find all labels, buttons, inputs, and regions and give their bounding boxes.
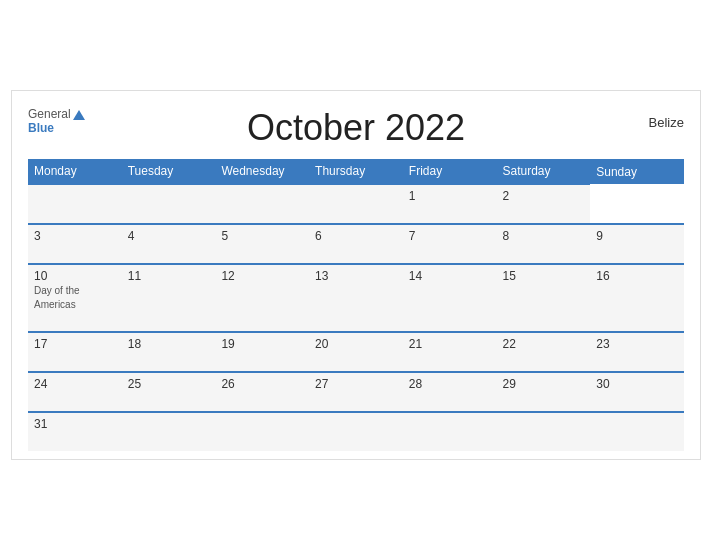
logo-triangle-icon	[73, 110, 85, 120]
day-cell: 11	[122, 264, 216, 332]
day-cell: 4	[122, 224, 216, 264]
day-cell: 24	[28, 372, 122, 412]
header-sunday: Sunday	[590, 159, 684, 184]
day-cell	[497, 412, 591, 451]
day-cell: 2	[497, 184, 591, 224]
day-number: 4	[128, 229, 210, 243]
day-cell: 14	[403, 264, 497, 332]
day-cell: 6	[309, 224, 403, 264]
day-number: 31	[34, 417, 116, 431]
calendar-header: General Blue October 2022 Belize	[28, 107, 684, 149]
header-tuesday: Tuesday	[122, 159, 216, 184]
day-number: 23	[596, 337, 678, 351]
day-number: 13	[315, 269, 397, 283]
day-cell: 5	[215, 224, 309, 264]
week-row-1: 12	[28, 184, 684, 224]
day-number: 19	[221, 337, 303, 351]
day-cell: 15	[497, 264, 591, 332]
day-number: 27	[315, 377, 397, 391]
week-row-5: 24252627282930	[28, 372, 684, 412]
day-number: 10	[34, 269, 116, 283]
day-event: Day of the Americas	[34, 285, 80, 310]
day-cell: 22	[497, 332, 591, 372]
week-row-4: 17181920212223	[28, 332, 684, 372]
day-number: 8	[503, 229, 585, 243]
day-number: 14	[409, 269, 491, 283]
week-row-3: 10Day of the Americas111213141516	[28, 264, 684, 332]
day-number: 12	[221, 269, 303, 283]
header-friday: Friday	[403, 159, 497, 184]
day-number: 3	[34, 229, 116, 243]
day-cell: 28	[403, 372, 497, 412]
header-monday: Monday	[28, 159, 122, 184]
day-cell	[215, 412, 309, 451]
day-cell	[590, 412, 684, 451]
header-wednesday: Wednesday	[215, 159, 309, 184]
header-thursday: Thursday	[309, 159, 403, 184]
day-number: 15	[503, 269, 585, 283]
day-cell	[403, 412, 497, 451]
day-number: 28	[409, 377, 491, 391]
logo: General Blue	[28, 107, 85, 136]
calendar-title: October 2022	[247, 107, 465, 149]
day-cell: 29	[497, 372, 591, 412]
day-cell: 12	[215, 264, 309, 332]
day-cell: 10Day of the Americas	[28, 264, 122, 332]
day-number: 30	[596, 377, 678, 391]
day-cell: 31	[28, 412, 122, 451]
day-number: 20	[315, 337, 397, 351]
day-number: 9	[596, 229, 678, 243]
day-cell	[309, 184, 403, 224]
day-cell: 19	[215, 332, 309, 372]
country-label: Belize	[649, 115, 684, 130]
day-cell: 25	[122, 372, 216, 412]
day-number: 17	[34, 337, 116, 351]
day-number: 21	[409, 337, 491, 351]
week-row-2: 3456789	[28, 224, 684, 264]
day-number: 7	[409, 229, 491, 243]
day-number: 6	[315, 229, 397, 243]
day-number: 11	[128, 269, 210, 283]
day-cell: 17	[28, 332, 122, 372]
day-cell: 21	[403, 332, 497, 372]
day-cell: 23	[590, 332, 684, 372]
day-cell	[215, 184, 309, 224]
day-cell: 27	[309, 372, 403, 412]
day-cell: 20	[309, 332, 403, 372]
day-cell: 1	[403, 184, 497, 224]
logo-blue-text: Blue	[28, 121, 54, 135]
day-cell: 8	[497, 224, 591, 264]
day-number: 22	[503, 337, 585, 351]
day-number: 1	[409, 189, 491, 203]
day-cell: 18	[122, 332, 216, 372]
day-cell: 26	[215, 372, 309, 412]
day-cell: 3	[28, 224, 122, 264]
day-number: 2	[503, 189, 585, 203]
header-saturday: Saturday	[497, 159, 591, 184]
day-cell: 16	[590, 264, 684, 332]
day-cell: 7	[403, 224, 497, 264]
day-cell	[309, 412, 403, 451]
week-row-6: 31	[28, 412, 684, 451]
day-cell: 30	[590, 372, 684, 412]
weekday-header-row: Monday Tuesday Wednesday Thursday Friday…	[28, 159, 684, 184]
day-number: 29	[503, 377, 585, 391]
day-number: 26	[221, 377, 303, 391]
day-cell: 13	[309, 264, 403, 332]
day-cell: 9	[590, 224, 684, 264]
day-cell	[122, 412, 216, 451]
logo-general-text: General	[28, 107, 71, 121]
day-number: 18	[128, 337, 210, 351]
day-cell	[122, 184, 216, 224]
day-number: 24	[34, 377, 116, 391]
day-number: 16	[596, 269, 678, 283]
day-number: 5	[221, 229, 303, 243]
day-cell	[28, 184, 122, 224]
calendar-grid: Monday Tuesday Wednesday Thursday Friday…	[28, 159, 684, 451]
day-number: 25	[128, 377, 210, 391]
calendar-container: General Blue October 2022 Belize Monday …	[11, 90, 701, 460]
